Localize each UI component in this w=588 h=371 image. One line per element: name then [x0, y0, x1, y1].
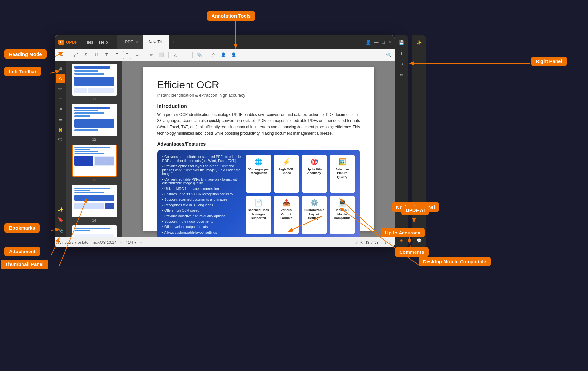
right-panel: 💾 ⬇ ↗ ✉ ⚙: [395, 35, 408, 247]
layout-icon: ⚙️: [310, 199, 318, 207]
feature-item-12: Allows customizable layout settings: [162, 230, 243, 234]
page-prev-button[interactable]: ↑: [381, 240, 383, 245]
quality-icon: 🖼️: [338, 158, 346, 166]
callout-reading-mode: Reading Mode: [4, 49, 47, 59]
page-current[interactable]: 13: [365, 240, 369, 245]
tool-stamp[interactable]: 📎: [195, 51, 203, 59]
sidebar-icons-top: ⊞ A ✏ ≡ ↗ ☰ 🔒 🛡: [55, 64, 66, 145]
toolbar-sep-4: [192, 52, 193, 58]
feature-item-6: Supports scanned documents and images: [162, 198, 243, 201]
tool-text-area[interactable]: ≡: [133, 51, 142, 59]
app-body: ⊞ A ✏ ≡ ↗ ☰ 🔒 🛡 ✨ 🔖 📎: [55, 61, 395, 237]
sidebar-pages-icon[interactable]: ≡: [56, 94, 65, 103]
tool-line[interactable]: —: [181, 51, 190, 59]
user-icon[interactable]: 👤: [366, 40, 371, 45]
feature-item-7: Recognizes text in 38 languages: [162, 203, 243, 207]
tab-bar: UPDF ✕ New Tab +: [117, 35, 179, 49]
thumb-item-13[interactable]: 13: [70, 145, 118, 182]
thumb-label-14: 14: [92, 218, 96, 222]
zoom-dropdown[interactable]: ▾: [134, 240, 136, 245]
tool-pencil[interactable]: ✏: [147, 51, 155, 59]
rp-download-icon[interactable]: ⬇: [397, 49, 406, 58]
maximize-button[interactable]: □: [382, 40, 385, 45]
tab-close-updf[interactable]: ✕: [135, 40, 138, 44]
ai-main-icon[interactable]: ✨: [415, 38, 424, 47]
feature-item-10: Supports multilingual documents: [162, 219, 243, 223]
sidebar-protect-icon[interactable]: 🛡: [56, 136, 65, 145]
output-label: Various Output Formats: [276, 208, 297, 220]
thumb-item-11[interactable]: 11: [70, 64, 118, 101]
sidebar-highlight-icon[interactable]: A: [56, 74, 65, 83]
tool-text-box[interactable]: T: [113, 51, 121, 59]
tool-select[interactable]: ≡: [58, 51, 66, 59]
left-toolbar: ⊞ A ✏ ≡ ↗ ☰ 🔒 🛡 ✨ 🔖 📎: [55, 61, 66, 237]
thumb-img-14: [72, 185, 117, 217]
tab-updf[interactable]: UPDF ✕: [117, 35, 144, 49]
callout-up-to-accuracy: Up to Accuracy: [381, 228, 425, 237]
thumb-item-12[interactable]: 12: [70, 104, 118, 141]
desktop-icon: 💻: [338, 199, 346, 207]
tab-add-button[interactable]: +: [169, 35, 178, 49]
callout-thumbnail-panel: Thumbnail Panel: [1, 260, 48, 269]
languages-icon: 🌐: [255, 158, 263, 166]
scanned-label: Scanned Docs & Images Supported: [248, 208, 269, 220]
languages-label: 38-Languages Recognition: [248, 167, 269, 175]
callout-left-toolbar: Left Toolbar: [4, 67, 41, 76]
zoom-out-button[interactable]: －: [119, 240, 123, 245]
thumb-item-15[interactable]: 15: [70, 225, 118, 237]
fit-page-button[interactable]: ⤢: [355, 240, 358, 245]
minimize-button[interactable]: —: [374, 40, 379, 45]
tool-user-1[interactable]: 👤: [219, 51, 228, 59]
pdf-area[interactable]: Efficient OCR Instant identification & e…: [122, 61, 395, 237]
toolbar-sep-5: [206, 52, 206, 58]
toolbar-sep-2: [144, 52, 144, 58]
tool-user-2[interactable]: 👤: [229, 51, 238, 59]
sidebar-form-icon[interactable]: ☰: [56, 115, 65, 124]
feature-card-speed: ⚡ High OCR Speed: [274, 155, 299, 193]
tool-text[interactable]: T: [102, 51, 111, 59]
window-controls: 👤 — □ ✕: [366, 40, 392, 45]
thumb-label-11: 11: [92, 97, 96, 101]
feature-item-1: Converts non-editable or scanned PDFs to…: [162, 155, 243, 163]
tool-underline[interactable]: U̲: [92, 51, 100, 59]
sidebar-export-icon[interactable]: ↗: [56, 105, 65, 114]
tool-text-callout[interactable]: T: [123, 51, 131, 59]
menu-bar: Files Help: [81, 40, 111, 45]
annotation-toolbar: ≡ 🖊 S̶ U̲ T T T ≡ ✏ ⬜ △ — 📎 🖊 👤 👤 🔍: [55, 49, 395, 61]
search-button[interactable]: 🔍: [386, 52, 392, 57]
sidebar-attachment-icon[interactable]: 📎: [56, 225, 65, 234]
feature-card-languages: 🌐 38-Languages Recognition: [246, 155, 271, 193]
rp-share-icon[interactable]: ↗: [397, 60, 406, 69]
sidebar-bookmark-icon[interactable]: 🔖: [56, 215, 65, 224]
tool-strikethrough[interactable]: S̶: [82, 51, 90, 59]
sidebar-view-icon[interactable]: ⊞: [56, 64, 65, 73]
app-window: U UPDF Files Help UPDF ✕ New Tab + 👤 — □…: [55, 35, 395, 247]
page-close-button[interactable]: ✕: [388, 240, 392, 245]
sidebar-ai-icon[interactable]: ✨: [56, 205, 65, 214]
feature-list: Converts non-editable or scanned PDFs to…: [162, 155, 243, 234]
page-next-button[interactable]: ↓: [385, 240, 386, 245]
menu-help[interactable]: Help: [99, 40, 108, 45]
callout-right-panel: Right Panel: [531, 57, 567, 66]
thumb-item-14[interactable]: 14: [70, 185, 118, 222]
sidebar-sign-icon[interactable]: 🔒: [56, 125, 65, 134]
tool-signature[interactable]: 🖊: [209, 51, 217, 59]
tool-shape-rect[interactable]: ⬜: [157, 51, 166, 59]
sidebar-edit-icon[interactable]: ✏: [56, 84, 65, 93]
thumb-img-12: [72, 104, 117, 136]
rp-email-icon[interactable]: ✉: [397, 71, 406, 80]
rp-save-icon[interactable]: 💾: [397, 38, 406, 47]
callout-comments: Comments: [395, 247, 429, 257]
menu-files[interactable]: Files: [84, 40, 93, 45]
tab-new-tab[interactable]: New Tab: [143, 35, 169, 49]
feature-card-output: 📤 Various Output Formats: [274, 196, 299, 234]
tool-highlight[interactable]: 🖊: [72, 51, 80, 59]
fit-width-button[interactable]: ⤡: [360, 240, 363, 245]
feature-item-2: Provides options for layout selection: "…: [162, 164, 243, 176]
feature-item-8: Offers high OCR speed: [162, 208, 243, 212]
status-bar: Windows 7 or later | macOS 10.14 － 41% ▾…: [55, 237, 395, 247]
zoom-in-button[interactable]: ＋: [139, 240, 143, 245]
tool-triangle[interactable]: △: [171, 51, 179, 59]
speed-icon: ⚡: [282, 158, 290, 166]
close-button[interactable]: ✕: [388, 40, 392, 45]
